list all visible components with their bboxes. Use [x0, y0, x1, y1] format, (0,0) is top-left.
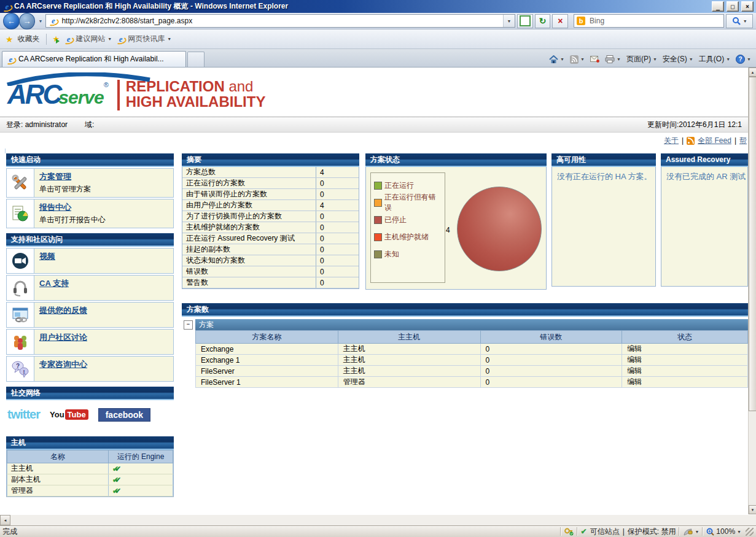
- help-button[interactable]: ? ▼: [736, 55, 751, 64]
- zone-menu[interactable]: ▼: [683, 528, 699, 536]
- feedback-link[interactable]: 提供您的反馈: [39, 306, 87, 315]
- sidebar: 快速启动 方案管理 单击可管理方案: [6, 153, 174, 497]
- summary-row: 正在运行的方案数0: [182, 178, 359, 189]
- scroll-down-button[interactable]: ▼: [749, 505, 756, 514]
- scenario-management-desc: 单击可管理方案: [39, 184, 168, 195]
- print-button[interactable]: ▼: [605, 55, 621, 63]
- community-link[interactable]: 用户社区讨论: [39, 333, 87, 342]
- tools-menu[interactable]: 工具(O) ▼: [699, 54, 730, 64]
- youtube-logo[interactable]: YouTube: [50, 410, 88, 419]
- tab-arcserve[interactable]: e CA ARCserve Replication 和 High Availab…: [2, 51, 186, 67]
- stop-button[interactable]: ×: [552, 14, 568, 28]
- help-link[interactable]: 帮: [739, 136, 747, 146]
- facebook-logo[interactable]: facebook: [98, 408, 150, 422]
- address-input[interactable]: [60, 16, 501, 26]
- zoom-level: 100%: [716, 527, 735, 536]
- collapse-group-button[interactable]: −: [184, 320, 193, 330]
- twitter-logo[interactable]: twitter: [7, 408, 40, 422]
- forward-button[interactable]: →: [19, 13, 36, 29]
- vertical-scrollbar[interactable]: ▲ ▼: [748, 68, 756, 514]
- divider: [46, 34, 47, 45]
- summary-table: 方案总数4 正在运行的方案数0 由于错误而停止的方案数0 由用户停止的方案数4 …: [182, 167, 359, 288]
- table-row[interactable]: FileServer 1管理器 0编辑: [196, 377, 748, 388]
- tools-menu-label: 工具(O): [699, 54, 724, 64]
- zoom-control[interactable]: 100% ▼: [706, 527, 741, 536]
- feeds-button[interactable]: ▼: [570, 55, 585, 64]
- command-bar: ▼ ▼ ▼ 页面(P: [549, 54, 756, 67]
- expert-center-link[interactable]: 专家咨询中心: [39, 360, 87, 369]
- ca-support-link[interactable]: CA 支持: [39, 279, 69, 288]
- session-strip: 登录: administrator 域: 更新时间:2012年6月1日 12:1: [0, 117, 748, 133]
- hosts-table: 名称 运行的 Engine 主主机 ✔✔ 副本主机 ✔✔ 管理器 ✔✔: [7, 450, 173, 496]
- scroll-up-button[interactable]: ▲: [749, 68, 756, 77]
- tools-icon: [11, 174, 29, 192]
- about-link[interactable]: 关于: [664, 136, 679, 146]
- col-error-count: 错误数: [480, 331, 622, 344]
- refresh-button[interactable]: ↻: [535, 14, 551, 28]
- add-favorite-icon[interactable]: ★: [53, 34, 60, 44]
- sidebar-item-community[interactable]: 用户社区讨论: [6, 329, 174, 355]
- zone-label: 可信站点: [590, 527, 620, 537]
- table-row[interactable]: Exchange 1主主机 0编辑: [196, 355, 748, 366]
- back-button[interactable]: ←: [3, 13, 20, 29]
- sidebar-item-report-center[interactable]: 报告中心 单击可打开报告中心: [6, 199, 174, 228]
- table-row: 主主机 ✔✔: [7, 463, 173, 474]
- page-menu[interactable]: 页面(P) ▼: [626, 54, 657, 64]
- engine-running-check-icon: ✔✔: [112, 476, 121, 484]
- browser-window: { "window": { "title": "CA ARCserve Repl…: [0, 0, 756, 537]
- search-options-dropdown[interactable]: ▼: [743, 19, 747, 23]
- search-button[interactable]: ▼: [726, 14, 753, 28]
- hosts-col-engine: 运行的 Engine: [109, 450, 173, 463]
- favorites-button[interactable]: 收藏夹: [18, 34, 40, 44]
- safety-menu[interactable]: 安全(S) ▼: [663, 54, 693, 64]
- resize-grip[interactable]: [746, 528, 754, 536]
- home-button[interactable]: ▼: [549, 55, 564, 64]
- compatibility-view-button[interactable]: [517, 14, 533, 28]
- video-link[interactable]: 视频: [39, 252, 55, 261]
- ha-title: 高可用性: [551, 153, 656, 167]
- suggested-sites-button[interactable]: e 建议网站 ▼: [64, 34, 112, 44]
- search-box[interactable]: b: [574, 14, 724, 28]
- vertical-scroll-thumb[interactable]: [749, 77, 756, 411]
- minimize-button[interactable]: _: [712, 1, 724, 12]
- address-bar[interactable]: e ▼: [45, 14, 515, 28]
- maximize-button[interactable]: □: [727, 1, 739, 12]
- page-links-row: 关于 | 全部 Feed | 帮: [0, 133, 748, 149]
- all-feed-link[interactable]: 全部 Feed: [698, 136, 731, 146]
- suggested-sites-icon: e: [64, 35, 73, 44]
- legend-swatch-maintenance: [374, 233, 382, 241]
- scenario-management-link[interactable]: 方案管理: [39, 172, 71, 181]
- suggested-sites-label: 建议网站: [76, 34, 105, 44]
- svg-text:!: !: [23, 369, 25, 375]
- recent-pages-dropdown[interactable]: ▼: [37, 19, 44, 23]
- new-tab-button[interactable]: [187, 52, 205, 67]
- scenario-group-bar: 方案: [195, 319, 748, 330]
- sidebar-item-scenario-management[interactable]: 方案管理 单击可管理方案: [6, 168, 174, 198]
- bing-icon: b: [577, 17, 585, 25]
- sidebar-item-ca-support[interactable]: CA 支持: [6, 275, 174, 301]
- summary-row: 挂起的副本数0: [182, 244, 359, 255]
- scroll-left-button[interactable]: ◄: [0, 515, 10, 525]
- col-state: 状态: [622, 331, 748, 344]
- assured-recovery-panel: Assured Recovery 没有已完成的 AR 测试: [661, 153, 748, 287]
- sidebar-item-feedback[interactable]: 提供您的反馈: [6, 302, 174, 328]
- host-name: 副本主机: [7, 474, 109, 485]
- table-row[interactable]: Exchange主主机 0编辑: [196, 344, 748, 355]
- search-input[interactable]: [588, 16, 721, 26]
- horizontal-scrollbar[interactable]: ◄: [0, 514, 756, 525]
- web-slices-button[interactable]: e 网页快讯库 ▼: [116, 34, 171, 44]
- sidebar-item-expert-center[interactable]: ? ! 专家咨询中心: [6, 356, 174, 382]
- table-row[interactable]: FileServer主主机 0编辑: [196, 366, 748, 377]
- close-button[interactable]: ×: [741, 1, 754, 12]
- address-dropdown[interactable]: ▼: [503, 15, 515, 27]
- domain-label: 域:: [85, 120, 94, 130]
- chevron-down-icon: ▼: [726, 57, 730, 61]
- report-center-link[interactable]: 报告中心: [39, 203, 71, 212]
- feeds-icon: [570, 55, 579, 64]
- sidebar-item-video[interactable]: 视频: [6, 248, 174, 274]
- zoom-icon: [706, 528, 714, 536]
- login-user: administrator: [25, 120, 68, 129]
- read-mail-button[interactable]: [590, 56, 599, 63]
- engine-running-check-icon: ✔✔: [112, 487, 121, 495]
- print-icon: [605, 55, 615, 63]
